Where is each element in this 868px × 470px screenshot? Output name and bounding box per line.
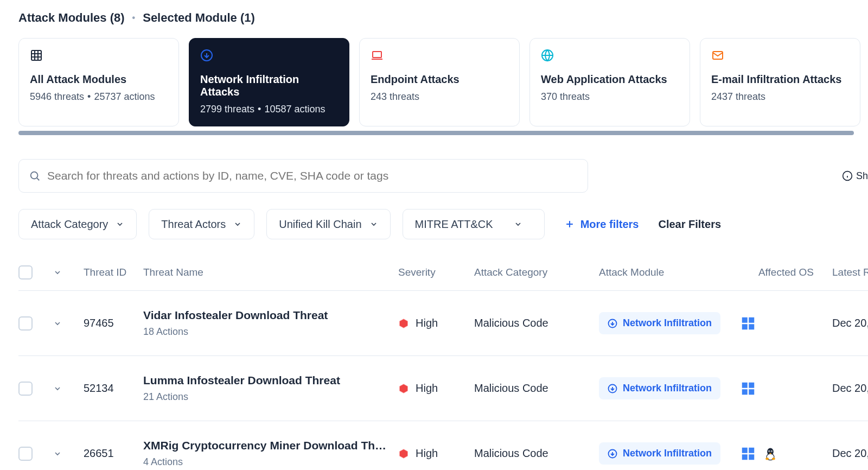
module-subtitle: 2437 threats bbox=[711, 91, 849, 103]
cell-attack-module: Network Infiltration bbox=[599, 377, 740, 399]
module-badge[interactable]: Network Infiltration bbox=[599, 442, 720, 465]
windows-icon bbox=[740, 446, 756, 462]
cell-threat-id: 52134 bbox=[84, 382, 143, 395]
cell-attack-category: Malicious Code bbox=[474, 447, 599, 460]
cell-threat-id: 26651 bbox=[84, 447, 143, 460]
filter-label: Unified Kill Chain bbox=[279, 218, 361, 231]
linux-icon bbox=[763, 446, 778, 461]
svg-rect-31 bbox=[742, 389, 748, 395]
cell-severity: High bbox=[398, 317, 474, 329]
threat-actions-count: 4 Actions bbox=[143, 456, 387, 468]
svg-rect-0 bbox=[31, 50, 41, 60]
col-latest[interactable]: Latest Re bbox=[832, 266, 868, 278]
filter-unified-kill-chain[interactable]: Unified Kill Chain bbox=[266, 209, 390, 239]
threat-name[interactable]: Vidar Infostealer Download Threat bbox=[143, 309, 387, 322]
threat-name[interactable]: Lumma Infostealer Download Threat bbox=[143, 374, 387, 387]
filter-label: Threat Actors bbox=[161, 218, 226, 231]
module-subtitle: 370 threats bbox=[541, 91, 679, 103]
svg-rect-22 bbox=[742, 317, 748, 322]
threat-actions-count: 18 Actions bbox=[143, 326, 387, 338]
expand-all-toggle[interactable] bbox=[53, 268, 84, 277]
col-attack-category[interactable]: Attack Category bbox=[474, 266, 599, 278]
svg-rect-7 bbox=[373, 52, 381, 58]
row-expand-toggle[interactable] bbox=[53, 449, 84, 458]
show-help-link[interactable]: Sh bbox=[842, 170, 868, 182]
cell-severity: High bbox=[398, 447, 474, 460]
col-affected-os[interactable]: Affected OS bbox=[740, 266, 832, 278]
row-expand-toggle[interactable] bbox=[53, 384, 84, 393]
cell-attack-module: Network Infiltration bbox=[599, 312, 740, 334]
module-card[interactable]: Web Application Attacks 370 threats bbox=[529, 38, 690, 126]
filter-mitre-attack[interactable]: MITRE ATT&CK bbox=[403, 209, 545, 239]
table-row[interactable]: 26651 XMRig Cryptocurrency Miner Downloa… bbox=[18, 421, 868, 470]
module-title: Web Application Attacks bbox=[541, 73, 679, 86]
module-badge[interactable]: Network Infiltration bbox=[599, 312, 720, 334]
module-sub2: 10587 actions bbox=[264, 104, 325, 115]
clear-filters-button[interactable]: Clear Filters bbox=[658, 218, 721, 231]
filter-threat-actors[interactable]: Threat Actors bbox=[149, 209, 254, 239]
svg-point-12 bbox=[31, 172, 38, 179]
breadcrumb-modules[interactable]: Attack Modules (8) bbox=[18, 11, 125, 25]
laptop-icon bbox=[371, 48, 508, 62]
table-row[interactable]: 97465 Vidar Infostealer Download Threat … bbox=[18, 291, 868, 356]
row-checkbox[interactable] bbox=[18, 447, 33, 461]
table-row[interactable]: 52134 Lumma Infostealer Download Threat … bbox=[18, 356, 868, 421]
download-circle-icon bbox=[608, 319, 617, 328]
cell-threat-id: 97465 bbox=[84, 317, 143, 329]
breadcrumb-separator-icon: • bbox=[132, 13, 136, 23]
info-icon bbox=[842, 170, 853, 181]
filter-label: Attack Category bbox=[31, 218, 108, 231]
filter-label: MITRE ATT&CK bbox=[415, 218, 493, 231]
windows-icon bbox=[740, 315, 756, 332]
cell-affected-os bbox=[740, 315, 832, 332]
breadcrumb-selected[interactable]: Selected Module (1) bbox=[143, 11, 255, 25]
select-all-checkbox[interactable] bbox=[18, 265, 33, 280]
module-badge-label: Network Infiltration bbox=[623, 317, 712, 329]
module-badge-label: Network Infiltration bbox=[623, 383, 712, 394]
cell-latest-date: Dec 20, 2 bbox=[832, 447, 868, 460]
col-severity[interactable]: Severity bbox=[398, 266, 474, 278]
col-attack-module[interactable]: Attack Module bbox=[599, 266, 740, 278]
more-filters-button[interactable]: More filters bbox=[564, 218, 639, 231]
windows-icon bbox=[740, 380, 756, 397]
cell-threat-name: Vidar Infostealer Download Threat 18 Act… bbox=[143, 309, 398, 338]
module-subtitle: 5946 threats•25737 actions bbox=[30, 91, 168, 103]
module-badge[interactable]: Network Infiltration bbox=[599, 377, 720, 399]
threats-table: Threat ID Threat Name Severity Attack Ca… bbox=[18, 265, 868, 470]
module-subtitle: 2799 threats•10587 actions bbox=[200, 104, 338, 115]
module-title: E-mail Infiltration Attacks bbox=[711, 73, 849, 86]
horizontal-scrollbar[interactable] bbox=[18, 131, 854, 135]
download-circle-icon bbox=[200, 48, 338, 62]
cell-attack-category: Malicious Code bbox=[474, 317, 599, 329]
cell-attack-category: Malicious Code bbox=[474, 382, 599, 395]
more-filters-label: More filters bbox=[580, 218, 639, 231]
module-card[interactable]: Network Infiltration Attacks 2799 threat… bbox=[189, 38, 349, 126]
svg-rect-29 bbox=[742, 382, 748, 388]
svg-rect-39 bbox=[749, 454, 754, 460]
col-threat-id[interactable]: Threat ID bbox=[84, 266, 143, 278]
row-expand-toggle[interactable] bbox=[53, 319, 84, 328]
svg-marker-33 bbox=[400, 449, 408, 458]
severity-hexagon-icon bbox=[398, 448, 409, 459]
row-checkbox[interactable] bbox=[18, 382, 33, 396]
chevron-down-icon bbox=[116, 220, 124, 228]
threat-name[interactable]: XMRig Cryptocurrency Miner Download Thr.… bbox=[143, 439, 387, 452]
severity-label: High bbox=[416, 382, 438, 395]
cell-threat-name: XMRig Cryptocurrency Miner Download Thr.… bbox=[143, 439, 398, 468]
threat-actions-count: 21 Actions bbox=[143, 391, 387, 403]
module-card[interactable]: All Attack Modules 5946 threats•25737 ac… bbox=[18, 38, 179, 126]
search-input[interactable] bbox=[47, 169, 578, 182]
breadcrumb: Attack Modules (8) • Selected Module (1) bbox=[18, 11, 868, 25]
severity-label: High bbox=[416, 447, 438, 460]
download-circle-icon bbox=[608, 449, 617, 459]
modules-scroll[interactable]: All Attack Modules 5946 threats•25737 ac… bbox=[18, 38, 868, 126]
chevron-down-icon bbox=[233, 220, 242, 228]
svg-marker-19 bbox=[400, 319, 408, 328]
search-box[interactable] bbox=[18, 159, 588, 193]
col-threat-name[interactable]: Threat Name bbox=[143, 266, 398, 278]
module-card[interactable]: E-mail Infiltration Attacks 2437 threats bbox=[700, 38, 860, 126]
svg-rect-38 bbox=[742, 454, 748, 460]
row-checkbox[interactable] bbox=[18, 316, 33, 331]
filter-attack-category[interactable]: Attack Category bbox=[18, 209, 137, 239]
module-card[interactable]: Endpoint Attacks 243 threats bbox=[359, 38, 520, 126]
